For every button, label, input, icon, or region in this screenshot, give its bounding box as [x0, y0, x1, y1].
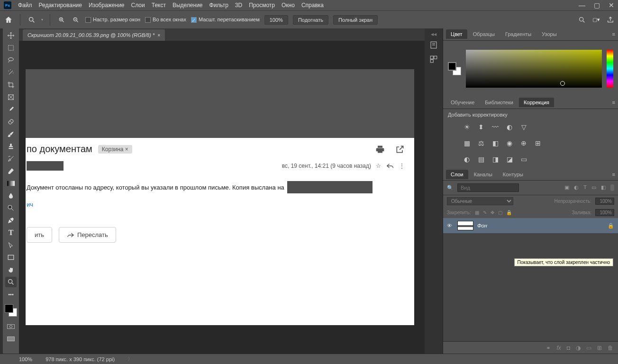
home-icon[interactable] — [4, 15, 13, 25]
move-tool[interactable] — [5, 30, 17, 41]
tab-gradients[interactable]: Градиенты — [500, 29, 536, 39]
window-minimize-icon[interactable]: — — [579, 1, 585, 9]
gradient-map-icon[interactable]: ▭ — [519, 155, 528, 164]
tab-adjustments[interactable]: Коррекция — [519, 98, 554, 107]
gradient-tool[interactable] — [5, 178, 17, 189]
menu-layer[interactable]: Слои — [131, 2, 145, 9]
menu-filter[interactable]: Фильтр — [209, 2, 228, 9]
tab-patterns[interactable]: Узоры — [537, 29, 561, 39]
opt-all-windows[interactable]: Во всех окнах — [145, 17, 186, 23]
bw-icon[interactable]: ◧ — [491, 138, 500, 148]
visibility-icon[interactable]: 👁 — [447, 223, 454, 228]
color-balance-icon[interactable]: ⚖ — [476, 138, 486, 148]
pen-tool[interactable] — [5, 215, 17, 226]
fg-bg-color[interactable] — [5, 304, 17, 317]
menu-type[interactable]: Текст — [152, 2, 166, 9]
layer-item[interactable]: 👁 Фон 🔒 — [443, 218, 618, 233]
history-panel-icon[interactable] — [428, 39, 439, 51]
tab-paths[interactable]: Контуры — [498, 170, 528, 179]
color-field[interactable] — [466, 50, 602, 88]
fit-screen-button[interactable]: Подогнать — [293, 15, 328, 25]
threshold-icon[interactable]: ◨ — [491, 155, 500, 164]
curves-icon[interactable]: 〰 — [491, 122, 500, 132]
eyedropper-tool[interactable] — [5, 104, 17, 115]
brightness-icon[interactable]: ☀ — [462, 122, 472, 132]
eraser-tool[interactable] — [5, 166, 17, 176]
exposure-icon[interactable]: ◐ — [505, 122, 514, 132]
marquee-tool[interactable] — [5, 43, 17, 53]
hue-sat-icon[interactable]: ▦ — [462, 138, 472, 148]
path-select-tool[interactable] — [5, 240, 17, 250]
hand-tool[interactable] — [5, 264, 17, 275]
selective-color-icon[interactable]: ◪ — [505, 155, 514, 164]
quickmask-icon[interactable] — [5, 321, 17, 332]
color-lookup-icon[interactable]: ⊞ — [533, 138, 543, 148]
tab-channels[interactable]: Каналы — [469, 170, 497, 179]
rectangle-tool[interactable] — [5, 252, 17, 263]
blend-mode-select[interactable]: Обычные — [447, 197, 513, 205]
window-close-icon[interactable]: ✕ — [609, 1, 614, 9]
hue-slider[interactable] — [607, 50, 613, 88]
status-dims[interactable]: 978 пикс. x 390 пикс. (72 ppi) — [45, 356, 115, 362]
export-icon[interactable] — [607, 16, 614, 24]
more-tools[interactable]: ••• — [5, 289, 17, 300]
dodge-tool[interactable] — [5, 203, 17, 213]
panel-menu-icon[interactable]: ≡ — [612, 31, 615, 37]
tab-swatches[interactable]: Образцы — [468, 29, 500, 39]
brush-tool[interactable] — [5, 129, 17, 139]
opt-scrubby-zoom[interactable]: ✓Масшт. перетаскиванием — [191, 17, 260, 23]
lock-artboard-icon[interactable]: ▢ — [498, 210, 502, 215]
crop-tool[interactable] — [5, 80, 17, 90]
healing-tool[interactable] — [5, 117, 17, 127]
menu-image[interactable]: Изображение — [89, 2, 125, 9]
lasso-tool[interactable] — [5, 55, 17, 65]
opt-resize-windows[interactable]: Настр. размер окон — [85, 17, 140, 23]
window-maximize-icon[interactable]: ▢ — [594, 1, 600, 9]
stamp-tool[interactable] — [5, 141, 17, 152]
menu-file[interactable]: Файл — [18, 2, 32, 9]
close-tab-icon[interactable]: × — [157, 33, 160, 38]
menu-window[interactable]: Окно — [282, 2, 295, 9]
zoom-tool[interactable] — [5, 277, 17, 287]
delete-layer-icon[interactable]: 🗑 — [608, 345, 613, 351]
document-tab[interactable]: Скриншот 20.09.21_00.05.39.png @ 100% (R… — [23, 29, 165, 41]
photo-filter-icon[interactable]: ◉ — [505, 138, 514, 148]
layer-lock-icon[interactable]: 🔒 — [608, 223, 614, 229]
tab-layers[interactable]: Слои — [446, 170, 468, 179]
filter-type-icon[interactable]: T — [583, 184, 587, 191]
filter-adjust-icon[interactable]: ◐ — [574, 184, 579, 191]
layer-filter-search-icon[interactable]: 🔍 — [447, 185, 454, 191]
share-menu-icon[interactable]: ▢▾ — [592, 17, 600, 23]
levels-icon[interactable]: ⬍ — [476, 122, 486, 132]
status-zoom[interactable]: 100% — [19, 356, 32, 362]
history-brush-tool[interactable] — [5, 154, 17, 164]
menu-3d[interactable]: 3D — [235, 2, 242, 9]
wand-tool[interactable] — [5, 67, 17, 78]
tab-color[interactable]: Цвет — [446, 29, 467, 39]
layer-filter-input[interactable] — [457, 183, 519, 192]
fullscreen-button[interactable]: Полный экран — [333, 15, 378, 25]
menu-view[interactable]: Просмотр — [249, 2, 275, 9]
lock-all-icon[interactable]: 🔒 — [506, 210, 512, 215]
opacity-value[interactable]: 100% — [595, 198, 614, 205]
filter-image-icon[interactable]: ▣ — [564, 184, 569, 191]
zoom-out-icon[interactable] — [71, 15, 81, 25]
adjustment-layer-icon[interactable]: ◑ — [576, 345, 581, 351]
layer-thumbnail[interactable] — [457, 221, 473, 230]
menu-help[interactable]: Справка — [301, 2, 324, 9]
channel-mixer-icon[interactable]: ⊕ — [519, 138, 528, 148]
new-layer-icon[interactable]: ⊞ — [597, 345, 602, 351]
search-icon[interactable] — [578, 16, 586, 24]
posterize-icon[interactable]: ▤ — [476, 155, 486, 164]
fill-value[interactable]: 100% — [595, 209, 614, 216]
blur-tool[interactable] — [5, 191, 17, 201]
menu-select[interactable]: Выделение — [173, 2, 203, 9]
screenmode-icon[interactable] — [5, 334, 17, 344]
lock-position-icon[interactable]: ✥ — [491, 210, 494, 215]
panel-menu-icon[interactable]: ≡ — [612, 172, 615, 177]
layer-fx-icon[interactable]: fx — [556, 345, 561, 351]
lock-pixels-icon[interactable]: ▦ — [475, 210, 479, 215]
frame-tool[interactable] — [5, 92, 17, 102]
canvas[interactable]: по документам Корзина × вс, 19 сент., 14… — [26, 69, 414, 325]
link-layers-icon[interactable]: ⚭ — [546, 345, 551, 351]
